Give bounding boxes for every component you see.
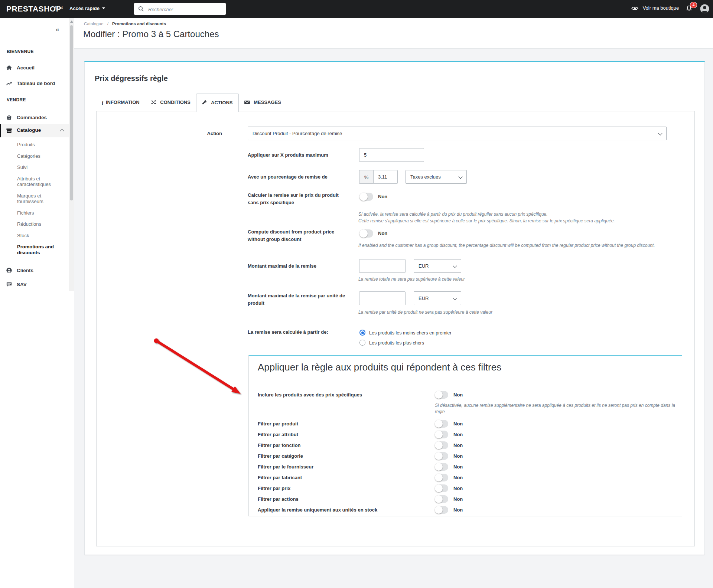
filter-toggle[interactable]: [435, 484, 448, 492]
filter-row: Filtrer par fabricantNon: [249, 474, 682, 483]
toggle-knob: [435, 431, 443, 438]
panel-title: Prix dégressifs règle: [95, 74, 168, 83]
breadcrumb-separator: /: [107, 22, 108, 26]
actions-form: Action Discount Produit - Pourcentage de…: [96, 111, 695, 546]
no-specific-price-toggle[interactable]: [359, 193, 373, 201]
user-avatar[interactable]: [700, 4, 710, 15]
toggle-knob: [435, 495, 443, 503]
sidebar: « BIENVENUE Accueil Tableau de bord VEND…: [0, 18, 74, 588]
envelope-icon: [244, 100, 250, 105]
percent-input[interactable]: [373, 170, 398, 184]
breadcrumb-parent[interactable]: Catalogue: [84, 22, 103, 26]
radio-cheapest-first-label: Les produits les moins chers en premier: [369, 330, 452, 336]
trending-up-icon: [6, 80, 12, 88]
filters-panel: Appliquer la règle aux produits qui répo…: [248, 355, 682, 516]
chevron-up-icon: [60, 129, 64, 133]
tax-select[interactable]: Taxes exclues: [406, 170, 467, 184]
sidebar-section-sell: VENDRE: [7, 97, 26, 102]
sidebar-scrollbar[interactable]: [69, 18, 74, 291]
sidebar-subitem[interactable]: Fichiers: [17, 210, 62, 216]
search-input[interactable]: [147, 3, 223, 16]
quick-access-menu[interactable]: Accès rapide: [69, 6, 105, 11]
catalog-submenu: ProduitsCatégoriesSuiviAttributs et cara…: [17, 142, 62, 261]
filter-toggle[interactable]: [435, 506, 448, 514]
filter-row: Filtrer par catégorieNon: [249, 452, 682, 461]
customers-icon: [6, 267, 12, 275]
view-shop-link[interactable]: Voir ma boutique: [631, 5, 679, 11]
max-amount-currency-select[interactable]: EUR: [414, 259, 461, 273]
filter-toggle[interactable]: [435, 431, 448, 438]
help-text: Cette remise s'appliquera si elle est su…: [358, 218, 615, 224]
max-amount-per-unit-currency-select[interactable]: EUR: [414, 291, 461, 305]
filter-label: Filtrer par actions: [258, 496, 299, 502]
filter-label: Filtrer par le fournisseur: [258, 464, 313, 470]
radio-cheapest-first[interactable]: [359, 330, 365, 336]
sidebar-item-orders[interactable]: Commandes: [0, 111, 69, 124]
filter-toggle[interactable]: [435, 420, 448, 428]
include-specific-state: Non: [453, 392, 463, 398]
sidebar-item-catalog[interactable]: Catalogue: [0, 124, 70, 137]
filter-toggle[interactable]: [435, 452, 448, 460]
store-icon: [6, 128, 12, 135]
filter-label: Filtrer par catégorie: [258, 453, 303, 459]
sidebar-subitem[interactable]: Réductions: [17, 221, 62, 227]
calc-from-label: La remise sera calculée à partir de:: [248, 329, 328, 336]
filter-toggle[interactable]: [435, 463, 448, 471]
notifications-badge: 4: [690, 2, 697, 8]
sidebar-collapse-button[interactable]: «: [56, 26, 59, 33]
toggle-knob: [435, 474, 443, 481]
filter-state: Non: [453, 432, 463, 437]
toggle-knob: [435, 506, 443, 514]
toggle-knob: [435, 484, 443, 492]
caret-down-icon: [102, 7, 105, 9]
filter-state: Non: [453, 486, 463, 491]
sidebar-subitem[interactable]: Marques et fournisseurs: [17, 193, 62, 205]
toggle-knob: [435, 391, 443, 399]
scroll-up-arrow-icon[interactable]: [70, 20, 73, 23]
help-text: If enabled and the customer has a group …: [358, 242, 655, 249]
filter-row: Filtrer par actionsNon: [249, 495, 682, 504]
sidebar-subitem[interactable]: Produits: [17, 142, 62, 148]
search-box[interactable]: [134, 3, 226, 15]
sidebar-item-home[interactable]: Accueil: [0, 62, 69, 74]
sidebar-subitem[interactable]: Catégories: [17, 153, 62, 159]
tab-information[interactable]: iINFORMATION: [96, 94, 145, 111]
filter-row: Appliquer la remise uniquement aux unité…: [249, 506, 682, 515]
toggle-knob: [435, 463, 443, 471]
filter-label: Appliquer la remise uniquement aux unité…: [258, 507, 377, 513]
tab-actions[interactable]: ACTIONS: [196, 94, 239, 112]
include-specific-toggle[interactable]: [435, 391, 448, 399]
action-label: Action: [148, 131, 222, 136]
sidebar-subitem[interactable]: Attributs et caractéristiques: [17, 176, 62, 187]
price-rule-panel: Prix dégressifs règle iINFORMATION CONDI…: [84, 61, 705, 555]
max-amount-per-unit-input[interactable]: [359, 291, 406, 305]
sidebar-item-dashboard[interactable]: Tableau de bord: [0, 77, 69, 90]
action-select[interactable]: Discount Produit - Pourcentage de remise: [248, 127, 667, 140]
prestashop-logo[interactable]: PRESTASHOP: [6, 4, 61, 13]
max-amount-input[interactable]: [359, 259, 406, 273]
tab-messages[interactable]: MESSAGES: [239, 94, 287, 111]
shuffle-icon: [151, 100, 156, 105]
radio-most-expensive[interactable]: [359, 340, 365, 346]
max-amount-per-unit-label: Montant maximal de la remise par unité d…: [248, 292, 354, 307]
sidebar-item-customers[interactable]: Clients: [0, 264, 69, 277]
scrollbar-thumb[interactable]: [70, 25, 73, 200]
person-icon: [700, 4, 710, 14]
sidebar-subitem[interactable]: Promotions and discounts: [17, 244, 62, 255]
filter-toggle[interactable]: [435, 441, 448, 449]
chat-bubble-icon: [6, 281, 12, 289]
filter-toggle[interactable]: [435, 495, 448, 503]
filter-state: Non: [453, 475, 463, 480]
sidebar-subitem[interactable]: Suivi: [17, 164, 62, 170]
filter-toggle[interactable]: [435, 474, 448, 481]
home-icon: [6, 65, 12, 72]
no-specific-price-label: Calculer la remise sur le prix du produi…: [248, 192, 349, 206]
sidebar-section-welcome: BIENVENUE: [7, 49, 34, 54]
no-group-discount-toggle[interactable]: [359, 229, 373, 238]
sidebar-subitem[interactable]: Stock: [17, 233, 62, 239]
sidebar-item-customer-service[interactable]: SAV: [0, 278, 69, 291]
include-specific-label: Inclure les produits avec des prix spéci…: [258, 392, 362, 398]
max-products-input[interactable]: [359, 148, 424, 162]
toggle-knob: [359, 229, 368, 238]
tab-conditions[interactable]: CONDITIONS: [145, 94, 196, 111]
